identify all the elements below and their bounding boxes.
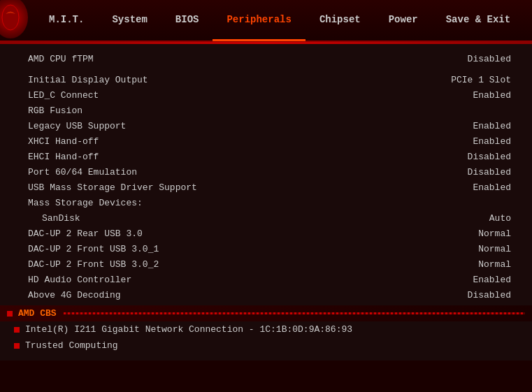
top-bar: M.I.T. System BIOS Peripherals Chipset P… (0, 0, 532, 42)
setting-value: Enabled (473, 90, 511, 101)
setting-label: Port 60/64 Emulation (28, 167, 137, 177)
setting-label: RGB Fusion (28, 106, 82, 116)
setting-label: SanDisk (42, 213, 80, 224)
setting-label: Legacy USB Support (28, 121, 126, 131)
table-row[interactable]: USB Mass Storage Driver Support Enabled (7, 180, 525, 195)
setting-value: Enabled (473, 121, 511, 131)
section-item-label: Trusted Computing (25, 340, 118, 351)
setting-value: Enabled (473, 275, 511, 285)
setting-value: Enabled (473, 136, 511, 147)
content-area: AMD CPU fTPM Disabled Initial Display Ou… (0, 44, 532, 361)
table-row[interactable]: XHCI Hand-off Enabled (7, 133, 525, 149)
table-row[interactable]: DAC-UP 2 Rear USB 3.0 Normal (7, 226, 525, 241)
setting-value: PCIe 1 Slot (451, 75, 511, 85)
settings-table: AMD CPU fTPM Disabled Initial Display Ou… (0, 51, 532, 303)
table-row[interactable]: EHCI Hand-off Disabled (7, 149, 525, 164)
table-row[interactable]: LED_C Connect Enabled (7, 87, 525, 103)
table-row[interactable]: Above 4G Decoding Disabled (7, 287, 525, 303)
table-row[interactable]: RGB Fusion (7, 103, 525, 118)
section-amd-cbs[interactable]: AMD CBS (0, 305, 532, 321)
section-intel-network[interactable]: Intel(R) I211 Gigabit Network Connection… (0, 321, 532, 337)
setting-value: Auto (489, 213, 511, 224)
setting-value: Normal (478, 259, 511, 270)
bullet-icon (7, 311, 13, 317)
setting-label: AMD CPU fTPM (28, 54, 94, 64)
setting-value: Normal (478, 244, 511, 254)
setting-label: HD Audio Controller (28, 275, 131, 285)
table-row: Mass Storage Devices: (7, 195, 525, 210)
setting-label: DAC-UP 2 Front USB 3.0_2 (28, 259, 159, 270)
tab-peripherals[interactable]: Peripherals (213, 0, 305, 41)
section-trusted-computing[interactable]: Trusted Computing (0, 337, 532, 354)
section-header-label: AMD CBS (18, 308, 57, 319)
setting-label: EHCI Hand-off (28, 152, 99, 162)
bullet-icon (14, 343, 20, 349)
table-row[interactable]: DAC-UP 2 Front USB 3.0_2 Normal (7, 256, 525, 272)
tab-power[interactable]: Power (375, 0, 432, 41)
tab-save-exit[interactable]: Save & Exit (432, 0, 524, 41)
setting-label: Mass Storage Devices: (28, 198, 143, 208)
tab-bios[interactable]: BIOS (161, 0, 213, 41)
table-row[interactable]: SanDisk Auto (7, 210, 525, 226)
table-row[interactable]: AMD CPU fTPM Disabled (7, 51, 525, 66)
nav-tabs: M.I.T. System BIOS Peripherals Chipset P… (0, 0, 532, 41)
setting-label: XHCI Hand-off (28, 136, 99, 147)
setting-value: Disabled (468, 167, 511, 177)
setting-value: Enabled (473, 182, 511, 193)
setting-value: Disabled (468, 152, 511, 162)
bullet-icon (14, 327, 20, 333)
setting-label: USB Mass Storage Driver Support (28, 182, 197, 193)
setting-label: DAC-UP 2 Rear USB 3.0 (28, 228, 143, 239)
setting-value: Disabled (468, 54, 511, 64)
tab-mit[interactable]: M.I.T. (35, 0, 98, 41)
table-row[interactable]: Legacy USB Support Enabled (7, 118, 525, 133)
tab-chipset[interactable]: Chipset (305, 0, 375, 41)
spacer-row (7, 66, 525, 72)
setting-value: Disabled (468, 290, 511, 300)
setting-label: Initial Display Output (28, 75, 148, 85)
section-item-label: Intel(R) I211 Gigabit Network Connection… (25, 324, 352, 335)
setting-label: DAC-UP 2 Front USB 3.0_1 (28, 244, 159, 254)
setting-value: Normal (478, 228, 511, 239)
table-row[interactable]: DAC-UP 2 Front USB 3.0_1 Normal (7, 241, 525, 256)
setting-label: Above 4G Decoding (28, 290, 121, 300)
table-row[interactable]: Port 60/64 Emulation Disabled (7, 164, 525, 180)
tab-system[interactable]: System (98, 0, 161, 41)
table-row[interactable]: HD Audio Controller Enabled (7, 272, 525, 287)
table-row[interactable]: Initial Display Output PCIe 1 Slot (7, 72, 525, 87)
setting-label: LED_C Connect (28, 90, 99, 101)
svg-point-0 (2, 5, 19, 30)
